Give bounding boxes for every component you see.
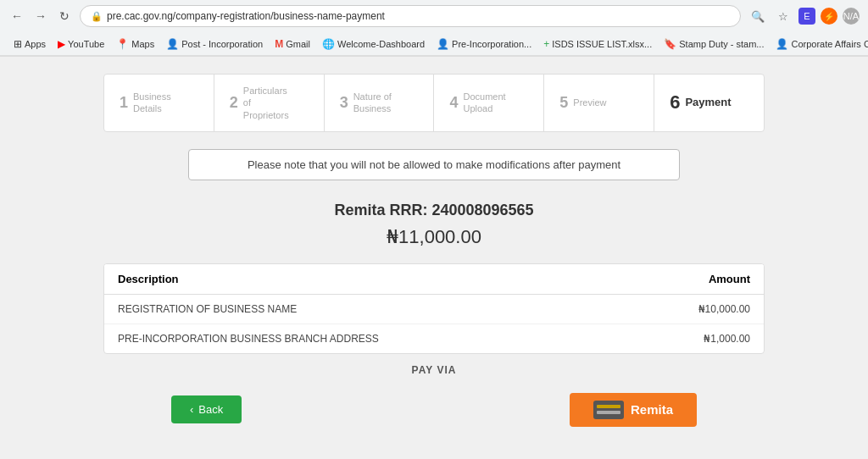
maps-label: Maps <box>131 39 154 49</box>
welcome-icon: 🌐 <box>322 38 335 50</box>
remita-card-icon <box>593 401 624 419</box>
step-1: 1 BusinessDetails <box>104 75 214 131</box>
post-incorp-icon: 👤 <box>166 38 179 50</box>
maps-icon: 📍 <box>116 38 129 50</box>
apps-label: Apps <box>25 39 46 49</box>
reload-button[interactable]: ↻ <box>56 8 73 25</box>
step-3-label: Nature ofBusiness <box>353 91 392 115</box>
lock-icon: 🔒 <box>91 11 103 22</box>
corporate-label: Corporate Affairs C... <box>791 39 868 49</box>
rrr-label: Remita RRR: 240008096565 <box>334 202 533 219</box>
back-nav-button[interactable]: ← <box>8 8 25 25</box>
back-button[interactable]: ‹ Back <box>171 395 242 423</box>
remita-button[interactable]: Remita <box>570 393 697 427</box>
pay-via-section: PAY VIA <box>412 364 457 383</box>
browser-chrome: ← → ↻ 🔒 pre.cac.gov.ng/company-registrat… <box>0 0 868 57</box>
gmail-bookmark[interactable]: M Gmail <box>270 36 315 52</box>
remita-label: Remita <box>631 402 673 417</box>
post-incorp-bookmark[interactable]: 👤 Post - Incorporation <box>161 36 268 52</box>
corporate-bookmark[interactable]: 👤 Corporate Affairs C... <box>771 36 868 52</box>
extension-button[interactable]: E <box>798 8 815 25</box>
browser-toolbar: ← → ↻ 🔒 pre.cac.gov.ng/company-registrat… <box>0 0 868 32</box>
card-stripe-2 <box>597 411 620 414</box>
preincorp-icon: 👤 <box>437 38 449 50</box>
preincorp-bookmark[interactable]: 👤 Pre-Incorporation... <box>431 36 537 52</box>
youtube-icon: ▶ <box>58 38 65 50</box>
back-label: Back <box>198 403 223 416</box>
table-row: REGISTRATION OF BUSINESS NAME ₦10,000.00 <box>104 295 764 324</box>
step-5-num: 5 <box>559 94 568 112</box>
page-content: 1 BusinessDetails 2 ParticularsofProprie… <box>0 57 868 459</box>
card-stripe-1 <box>597 405 620 408</box>
buttons-row: ‹ Back Remita <box>103 393 765 427</box>
isds-icon: + <box>543 38 549 50</box>
menu-button[interactable]: N/A <box>843 8 860 25</box>
search-button[interactable]: 🔍 <box>748 6 768 26</box>
welcome-label: Welcome-Dashboard <box>337 39 425 49</box>
step-4: 4 DocumentUpload <box>434 75 544 131</box>
stamp-duty-icon: 🔖 <box>664 38 676 50</box>
col-description: Description <box>118 273 179 285</box>
post-incorp-label: Post - Incorporation <box>181 39 263 49</box>
step-2-num: 2 <box>230 94 238 112</box>
step-3-num: 3 <box>340 94 348 112</box>
row1-description: REGISTRATION OF BUSINESS NAME <box>118 303 297 315</box>
bookmark-button[interactable]: ☆ <box>773 6 793 26</box>
step-2: 2 ParticularsofProprietors <box>214 75 325 131</box>
forward-nav-button[interactable]: → <box>32 8 49 25</box>
step-6-label: Payment <box>685 96 731 110</box>
pay-via-label: PAY VIA <box>412 364 457 376</box>
step-3: 3 Nature ofBusiness <box>325 75 435 131</box>
rrr-amount: ₦11,000.00 <box>334 226 533 248</box>
gmail-label: Gmail <box>286 39 310 49</box>
step-4-label: DocumentUpload <box>464 91 506 115</box>
youtube-bookmark[interactable]: ▶ YouTube <box>53 36 109 52</box>
bookmarks-bar: ⊞ Apps ▶ YouTube 📍 Maps 👤 Post - Incorpo… <box>0 32 868 56</box>
apps-icon: ⊞ <box>14 38 22 50</box>
step-1-label: BusinessDetails <box>133 91 171 115</box>
preincorp-label: Pre-Incorporation... <box>452 39 531 49</box>
rrr-section: Remita RRR: 240008096565 ₦11,000.00 <box>334 202 533 248</box>
step-1-num: 1 <box>120 94 128 112</box>
step-5-label: Preview <box>573 97 606 108</box>
youtube-label: YouTube <box>68 39 104 49</box>
step-4-num: 4 <box>449 94 458 112</box>
apps-bookmark[interactable]: ⊞ Apps <box>8 36 51 52</box>
maps-bookmark[interactable]: 📍 Maps <box>111 36 159 52</box>
notice-box: Please note that you will not be allowed… <box>188 149 680 180</box>
stamp-duty-label: Stamp Duty - stam... <box>679 39 764 49</box>
step-6: 6 Payment <box>654 75 764 131</box>
step-2-label: ParticularsofProprietors <box>243 85 289 121</box>
back-chevron-icon: ‹ <box>190 403 193 416</box>
stamp-duty-bookmark[interactable]: 🔖 Stamp Duty - stam... <box>659 36 769 52</box>
step-5: 5 Preview <box>544 75 654 131</box>
profile-button[interactable]: ⚡ <box>821 8 837 25</box>
payment-table: Description Amount REGISTRATION OF BUSIN… <box>103 263 765 354</box>
gmail-icon: M <box>275 38 283 50</box>
col-amount: Amount <box>709 273 750 285</box>
address-bar[interactable]: 🔒 pre.cac.gov.ng/company-registration/bu… <box>80 5 741 27</box>
corporate-icon: 👤 <box>776 38 788 50</box>
table-row: PRE-INCORPORATION BUSINESS BRANCH ADDRES… <box>104 324 764 353</box>
isds-bookmark[interactable]: + ISDS ISSUE LIST.xlsx... <box>538 36 657 52</box>
welcome-bookmark[interactable]: 🌐 Welcome-Dashboard <box>317 36 430 52</box>
step-6-num: 6 <box>670 91 680 113</box>
row1-amount: ₦10,000.00 <box>698 303 750 315</box>
browser-actions: 🔍 ☆ E ⚡ N/A <box>748 6 860 26</box>
notice-text: Please note that you will not be allowed… <box>248 158 620 171</box>
stepper: 1 BusinessDetails 2 ParticularsofProprie… <box>103 74 765 132</box>
table-header: Description Amount <box>104 264 764 295</box>
url-text: pre.cac.gov.ng/company-registration/busi… <box>107 10 385 22</box>
isds-label: ISDS ISSUE LIST.xlsx... <box>552 39 652 49</box>
row2-amount: ₦1,000.00 <box>704 333 750 345</box>
row2-description: PRE-INCORPORATION BUSINESS BRANCH ADDRES… <box>118 333 379 345</box>
